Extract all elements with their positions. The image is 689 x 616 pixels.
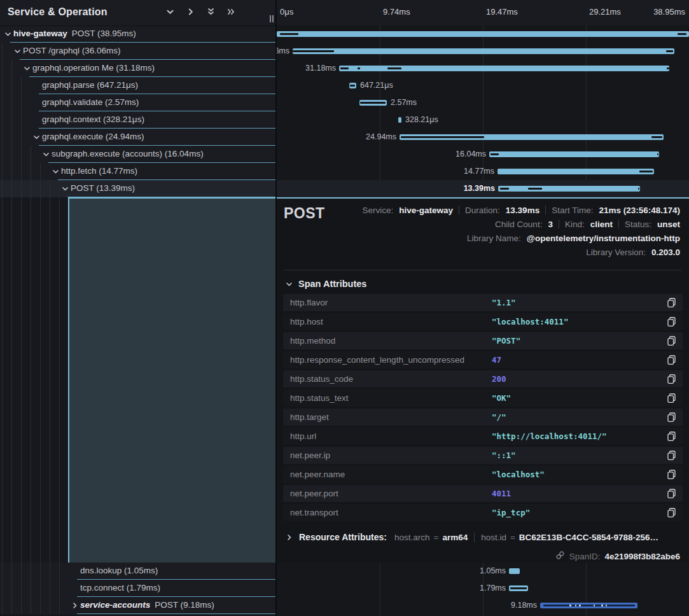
tree-row-graphql-operation-me[interactable]: graphql.operation Me (31.18ms) — [0, 60, 275, 77]
tree-chevron-right-icon[interactable] — [71, 601, 79, 610]
span-bar-graphql-validate[interactable] — [359, 100, 387, 106]
tree-row-label: http.fetch (14.77ms) — [61, 166, 137, 176]
collapse-all-icon[interactable] — [206, 7, 216, 17]
tree-chevron-down-icon[interactable] — [32, 133, 41, 141]
event-tick — [579, 605, 581, 606]
span-bar-graphql-context[interactable] — [398, 117, 401, 123]
child-span-marker — [543, 605, 635, 606]
copy-value-button[interactable] — [666, 354, 677, 365]
resource-attributes-chevron-icon[interactable] — [285, 533, 293, 542]
span-duration-label: 36.06ms — [277, 46, 289, 55]
tree-header-title: Service & Operation — [8, 6, 108, 18]
tree-chevron-down-icon[interactable] — [42, 150, 50, 158]
expand-all-icon[interactable] — [226, 7, 236, 17]
copy-value-button[interactable] — [666, 469, 677, 480]
copy-value-button[interactable] — [666, 412, 677, 423]
timeline-row-service-accounts-post: 9.18ms — [277, 597, 689, 614]
attribute-row-http.method: http.method"POST" — [283, 332, 683, 349]
copy-icon[interactable] — [666, 316, 677, 327]
attribute-row-net.peer.port: net.peer.port4011 — [283, 485, 683, 502]
copy-value-button[interactable] — [666, 488, 677, 499]
tree-row-post-graphql[interactable]: POST /graphql (36.06ms) — [0, 43, 275, 60]
copy-value-button[interactable] — [666, 297, 677, 308]
copy-icon[interactable] — [666, 507, 677, 518]
copy-value-button[interactable] — [666, 316, 677, 327]
resource-key: host.id — [481, 533, 506, 542]
resource-attributes-row[interactable]: Resource Attributes: host.arch=arm64host… — [285, 532, 658, 542]
selected-span-expansion — [68, 197, 275, 563]
tree-row-graphql-parse[interactable]: graphql.parse (647.21μs) — [0, 77, 275, 94]
attribute-row-http.response_content_length_uncompressed: http.response_content_length_uncompresse… — [283, 351, 683, 368]
tree-chevron-down-icon[interactable] — [61, 185, 69, 193]
span-bar-hive-gateway-post[interactable] — [277, 31, 689, 37]
meta-separator — [459, 206, 459, 214]
span-bar-graphql-parse[interactable] — [349, 83, 356, 88]
copy-icon[interactable] — [666, 393, 677, 403]
span-id-value: 4e21998f3b82abe6 — [604, 552, 680, 561]
copy-icon[interactable] — [666, 450, 677, 461]
copy-icon[interactable] — [666, 354, 677, 365]
span-bar-post-selected[interactable] — [498, 186, 640, 192]
span-bar-graphql-execute[interactable] — [400, 134, 664, 140]
meta-label: Library Version: — [586, 248, 646, 257]
child-span-marker — [528, 188, 542, 190]
timeline-row-subgraph-execute-accounts: 16.04ms — [277, 146, 689, 163]
meta-label: Child Count: — [495, 220, 542, 229]
child-span-marker — [350, 85, 355, 87]
span-bar-service-accounts-post[interactable] — [540, 603, 637, 608]
copy-icon[interactable] — [666, 469, 677, 480]
copy-value-button[interactable] — [666, 393, 677, 403]
timeline-row-dns-lookup: 1.05ms — [277, 563, 689, 580]
tree-row-graphql-context[interactable]: graphql.context (328.21μs) — [0, 111, 275, 129]
copy-value-button[interactable] — [666, 507, 677, 518]
span-attributes-header[interactable]: Span Attributes — [285, 279, 366, 289]
span-bar-post-graphql[interactable] — [293, 48, 674, 54]
collapse-one-icon[interactable] — [165, 7, 175, 17]
attribute-value: "1.1" — [492, 298, 516, 307]
copy-value-button[interactable] — [666, 431, 677, 442]
copy-value-button[interactable] — [666, 335, 677, 346]
attribute-value: "::1" — [492, 451, 516, 460]
span-bar-graphql-operation-me[interactable] — [339, 66, 669, 71]
tree-row-post-selected[interactable]: POST (13.39ms) — [0, 180, 275, 197]
span-id-row: SpanID: 4e21998f3b82abe6 — [555, 550, 680, 563]
attribute-value: "POST" — [492, 336, 520, 346]
panel-resize-handle[interactable] — [270, 15, 274, 22]
tree-chevron-down-icon[interactable] — [4, 30, 12, 38]
tree-row-tcp-connect[interactable]: tcp.connect (1.79ms) — [0, 580, 275, 597]
span-bar-tcp-connect[interactable] — [509, 585, 528, 591]
tree-row-subgraph-execute-accounts[interactable]: subgraph.execute (accounts) (16.04ms) — [0, 146, 275, 163]
copy-value-button[interactable] — [666, 374, 677, 384]
tree-row-graphql-execute[interactable]: graphql.execute (24.94ms) — [0, 129, 275, 146]
attribute-value: "localhost:4011" — [492, 317, 568, 326]
tree-chevron-down-icon[interactable] — [13, 47, 22, 55]
copy-icon[interactable] — [666, 335, 677, 346]
child-span-marker — [678, 33, 686, 35]
span-bar-dns-lookup[interactable] — [509, 568, 520, 574]
resource-attributes-title: Resource Attributes: — [299, 532, 387, 542]
tree-row-service-accounts-post[interactable]: service-accountsPOST (9.18ms) — [0, 597, 275, 614]
meta-label: Start Time: — [552, 206, 593, 215]
meta-value: 3 — [548, 220, 553, 229]
expand-one-icon[interactable] — [186, 7, 195, 17]
tree-row-http-fetch[interactable]: http.fetch (14.77ms) — [0, 163, 275, 180]
tree-chevron-down-icon[interactable] — [23, 64, 31, 73]
span-duration-label: 647.21μs — [360, 81, 393, 90]
copy-icon[interactable] — [666, 297, 677, 308]
attribute-key: http.url — [290, 431, 316, 441]
copy-value-button[interactable] — [666, 450, 677, 461]
timeline-row-graphql-operation-me: 31.18ms — [277, 60, 689, 77]
tree-chevron-down-icon[interactable] — [52, 167, 60, 176]
tree-row-hive-gateway-post[interactable]: hive-gatewayPOST (38.95ms) — [0, 25, 275, 43]
copy-icon[interactable] — [666, 488, 677, 499]
tree-row-dns-lookup[interactable]: dns.lookup (1.05ms) — [0, 563, 275, 580]
span-bar-http-fetch[interactable] — [498, 169, 654, 174]
tree-row-graphql-validate[interactable]: graphql.validate (2.57ms) — [0, 94, 275, 111]
copy-icon[interactable] — [666, 431, 677, 442]
child-span-marker — [651, 136, 662, 138]
meta-label: Service: — [362, 206, 393, 215]
copy-icon[interactable] — [666, 374, 677, 384]
copy-icon[interactable] — [666, 412, 677, 423]
span-attributes-chevron-icon[interactable] — [285, 280, 293, 288]
span-bar-subgraph-execute-accounts[interactable] — [489, 151, 659, 157]
